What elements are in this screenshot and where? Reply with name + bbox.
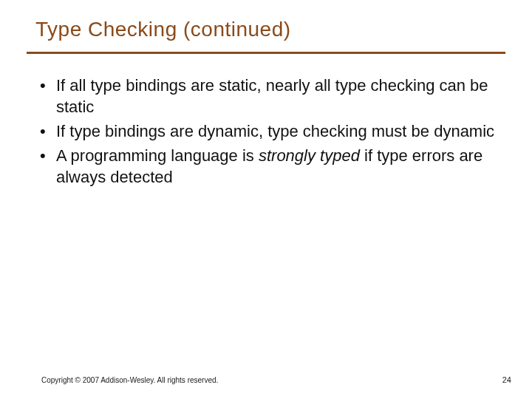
title-rule <box>27 52 505 54</box>
bullet-em: strongly typed <box>259 146 360 165</box>
footer: Copyright © 2007 Addison-Wesley. All rig… <box>41 375 511 384</box>
copyright-text: Copyright © 2007 Addison-Wesley. All rig… <box>41 376 218 384</box>
slide-title: Type Checking (continued) <box>35 18 505 41</box>
bullet-text: If type bindings are dynamic, type check… <box>56 122 494 140</box>
bullet-text: A programming language is <box>56 146 259 165</box>
bullet-item: If type bindings are dynamic, type check… <box>40 120 505 142</box>
slide: Type Checking (continued) If all type bi… <box>0 0 532 399</box>
bullet-item: A programming language is strongly typed… <box>40 145 505 188</box>
bullet-text: If all type bindings are static, nearly … <box>56 76 488 116</box>
page-number: 24 <box>502 375 511 384</box>
bullet-item: If all type bindings are static, nearly … <box>40 75 505 117</box>
bullet-list: If all type bindings are static, nearly … <box>27 75 505 188</box>
